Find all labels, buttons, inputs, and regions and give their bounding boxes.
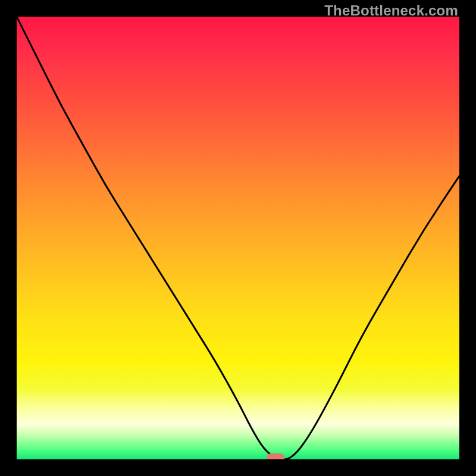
bottleneck-curve	[17, 17, 459, 459]
curve-svg	[17, 17, 459, 459]
optimal-marker	[267, 453, 284, 459]
bottleneck-chart: TheBottleneck.com	[0, 0, 476, 476]
plot-area	[17, 17, 459, 459]
